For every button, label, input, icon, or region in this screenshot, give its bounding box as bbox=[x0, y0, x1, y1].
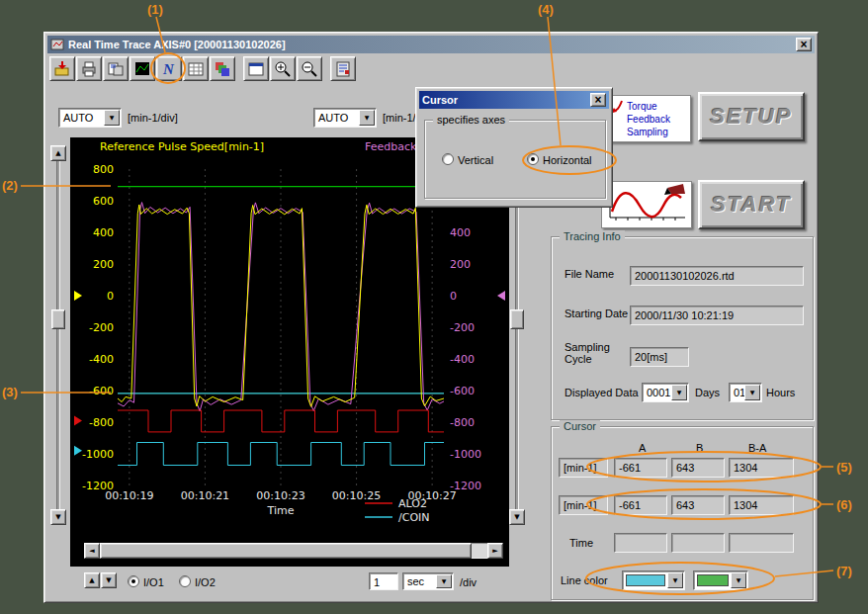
line-color-arrow-b[interactable]: ▼ bbox=[731, 572, 746, 588]
time-div-value-box[interactable]: 1 bbox=[369, 572, 398, 590]
file-name-label: File Name bbox=[564, 268, 614, 280]
toolbar-button-new-window[interactable] bbox=[243, 56, 269, 81]
time-row-label: Time bbox=[569, 537, 593, 549]
cursor-time-a bbox=[614, 533, 667, 553]
line-color-arrow-a[interactable]: ▼ bbox=[667, 572, 683, 588]
time-scrollbar[interactable]: ◄ ► bbox=[84, 543, 503, 559]
cursor-time-ba bbox=[729, 533, 794, 553]
main-close-button[interactable]: × bbox=[796, 38, 812, 51]
cursor-header-b: B bbox=[696, 442, 703, 454]
time-scroll-right-button[interactable]: ► bbox=[487, 543, 503, 559]
callout-label-7: (7) bbox=[836, 564, 852, 578]
left-axis-scale-combo[interactable]: AUTO ▼ bbox=[58, 108, 122, 128]
trace-settings-icon bbox=[334, 60, 352, 78]
io-trace-down-button[interactable]: ▼ bbox=[101, 572, 117, 588]
cursor-header-a: A bbox=[639, 442, 646, 454]
time-scrollbar-thumb[interactable] bbox=[100, 543, 472, 559]
toolbar-button-grid-view[interactable] bbox=[183, 56, 209, 81]
left-axis-scale-value: AUTO bbox=[63, 112, 93, 124]
left-axis-marker bbox=[74, 291, 82, 301]
arrow-down-icon: ▼ bbox=[514, 514, 519, 521]
cursor-time-b bbox=[671, 533, 725, 553]
cursor-row2-b: 643 bbox=[671, 495, 725, 515]
cursor-row1-b: 643 bbox=[671, 458, 725, 478]
start-button[interactable]: START bbox=[698, 180, 805, 229]
cursor-header-ba: B-A bbox=[748, 442, 766, 454]
displayed-data-label: Displayed Data bbox=[564, 387, 639, 398]
cursor-row1-ba: 1304 bbox=[729, 458, 794, 478]
line-color-combo-b[interactable]: ▼ bbox=[693, 570, 748, 590]
right-axis-scale-combo[interactable]: AUTO ▼ bbox=[313, 108, 377, 128]
x-tick-label: 00:10:25 bbox=[332, 489, 381, 502]
radio-io2-label: I/O2 bbox=[195, 576, 216, 588]
time-div-unit-combo[interactable]: sec ▼ bbox=[402, 572, 454, 590]
y-right-tick-label: 0 bbox=[450, 290, 457, 303]
line-color-combo-a[interactable]: ▼ bbox=[622, 570, 685, 590]
sampling-cycle-label: Sampling Cycle bbox=[564, 341, 622, 365]
time-div-unit-arrow[interactable]: ▼ bbox=[436, 574, 452, 588]
time-scroll-left-button[interactable]: ◄ bbox=[84, 543, 100, 559]
open-trace-icon bbox=[53, 60, 71, 78]
cursor-row2-a: -661 bbox=[614, 495, 667, 515]
radio-io1-label: I/O1 bbox=[143, 576, 164, 588]
arrow-down-icon: ▼ bbox=[106, 577, 111, 584]
y-right-tick-label: 400 bbox=[450, 226, 471, 239]
toolbar-button-trace-cursor[interactable]: N bbox=[156, 56, 182, 81]
left-axis-scale-arrow[interactable]: ▼ bbox=[104, 110, 120, 126]
toolbar-button-open-trace[interactable] bbox=[49, 56, 75, 81]
right-axis-slider-thumb[interactable] bbox=[510, 309, 524, 329]
arrow-right-icon: ► bbox=[492, 548, 497, 555]
io-trace-up-button[interactable]: ▲ bbox=[84, 572, 100, 588]
sampling-icon-line1: Torque bbox=[627, 100, 688, 113]
chevron-down-icon: ▼ bbox=[750, 390, 755, 395]
cursor-dialog-close-button[interactable]: × bbox=[590, 93, 606, 107]
displayed-hours-combo[interactable]: 01 ▼ bbox=[729, 383, 762, 402]
y-left-tick-label: 400 bbox=[93, 226, 114, 239]
toolbar-button-graph-window[interactable] bbox=[130, 56, 155, 81]
toolbar-button-print[interactable] bbox=[76, 56, 102, 81]
y-left-tick-label: 0 bbox=[107, 290, 114, 303]
line-color-swatch-a bbox=[626, 574, 665, 586]
callout-label-2: (2) bbox=[2, 178, 18, 193]
radio-horizontal[interactable] bbox=[527, 153, 539, 165]
toolbar-button-copy-view[interactable] bbox=[103, 56, 129, 81]
y-right-tick-label: -1000 bbox=[450, 448, 481, 461]
left-axis-slider-thumb[interactable] bbox=[51, 309, 65, 329]
chevron-down-icon: ▼ bbox=[677, 390, 682, 395]
y-left-tick-label: -200 bbox=[89, 321, 114, 334]
right-axis-scale-arrow[interactable]: ▼ bbox=[359, 110, 375, 126]
cursor-row1-a: -661 bbox=[614, 458, 667, 478]
x-tick-label: 00:10:23 bbox=[256, 489, 304, 502]
time-div-suffix-label: /div bbox=[460, 576, 477, 588]
left-axis-slider-track[interactable] bbox=[56, 161, 60, 509]
cursor-dialog-title-bar[interactable]: Cursor × bbox=[419, 91, 609, 109]
right-axis-slider-track[interactable] bbox=[515, 161, 519, 509]
zoom-out-icon bbox=[301, 60, 318, 78]
displayed-hours-arrow[interactable]: ▼ bbox=[744, 385, 760, 400]
main-title-bar[interactable]: Real Time Trace AXIS#0 [20001130102026] … bbox=[47, 36, 815, 53]
cursor-group-title: Cursor bbox=[560, 420, 600, 432]
radio-vertical[interactable] bbox=[442, 153, 454, 165]
toolbar-button-trace-settings[interactable] bbox=[330, 56, 356, 81]
setup-button[interactable]: SETUP bbox=[698, 92, 805, 141]
displayed-days-arrow[interactable]: ▼ bbox=[671, 385, 687, 400]
toolbar-button-overlay-traces[interactable] bbox=[210, 56, 235, 81]
y-left-tick-label: -1000 bbox=[82, 448, 114, 461]
right-axis-marker bbox=[497, 291, 505, 301]
radio-io2[interactable] bbox=[179, 575, 191, 587]
left-axis-scroll-up-button[interactable]: ▲ bbox=[50, 145, 66, 161]
arrow-up-icon: ▲ bbox=[55, 150, 60, 157]
new-window-icon bbox=[247, 60, 265, 78]
line-color-swatch-b bbox=[697, 574, 729, 586]
starting-date-label: Starting Date bbox=[564, 307, 628, 319]
y-left-tick-label: -400 bbox=[89, 353, 114, 366]
toolbar-button-zoom-out[interactable] bbox=[297, 56, 322, 81]
right-axis-scroll-down-button[interactable]: ▼ bbox=[509, 509, 525, 525]
callout-label-5: (5) bbox=[836, 460, 852, 475]
setup-button-label: SETUP bbox=[710, 104, 792, 130]
displayed-days-combo[interactable]: 0001 ▼ bbox=[642, 383, 689, 402]
toolbar-button-zoom-in[interactable] bbox=[270, 56, 296, 81]
cursor-dialog: Cursor × specifies axes Vertical Horizon… bbox=[415, 87, 613, 208]
radio-io1[interactable] bbox=[128, 575, 139, 587]
left-axis-scroll-down-button[interactable]: ▼ bbox=[50, 509, 66, 525]
